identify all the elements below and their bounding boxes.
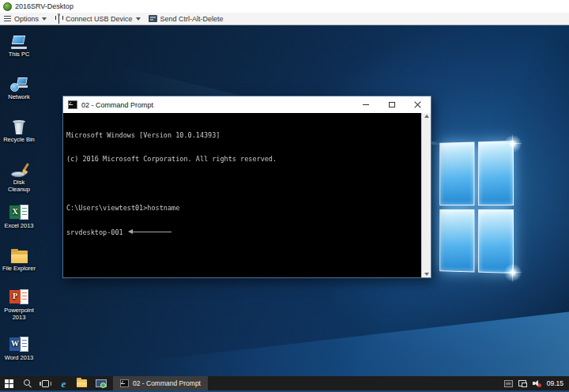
cmd-app-icon — [120, 379, 129, 387]
desktop-icon-powerpoint[interactable]: P Powerpoint 2013 — [2, 286, 36, 322]
desktop-icon-label: File Explorer — [2, 265, 36, 272]
desktop-icon-label: Network — [2, 93, 36, 100]
wallpaper-bottom-glow — [0, 289, 569, 376]
client-titlebar: 2016SRV-Desktop — [0, 0, 569, 13]
disk-cleanup-icon — [2, 158, 36, 177]
console-line — [66, 253, 419, 261]
cad-label: Send Ctrl-Alt-Delete — [160, 15, 224, 23]
desktop-icon-network[interactable]: Network — [2, 73, 36, 100]
file-explorer-button[interactable] — [73, 376, 91, 390]
desktop-icon-label: Powerpoint 2013 — [2, 307, 36, 322]
remote-desktop: This PC Network Recycle Bin Disk Cleanup… — [0, 25, 569, 376]
console-line: Microsoft Windows [Version 10.0.14393] — [66, 131, 419, 139]
minimize-icon — [363, 104, 369, 105]
desktop-icon-recycle-bin[interactable]: Recycle Bin — [2, 115, 36, 143]
command-prompt-window: 02 - Command Prompt Microsoft Windows [V… — [62, 96, 431, 278]
taskbar: e 02 - Command Prompt vm 09.15 — [0, 376, 569, 392]
desktop-icon-label: Excel 2013 — [2, 222, 36, 229]
desktop-icon-label: Recycle Bin — [2, 136, 36, 143]
scroll-up-icon[interactable] — [424, 115, 429, 118]
desktop-icon-excel[interactable]: X Excel 2013 — [2, 202, 36, 229]
desktop-icon-word[interactable]: W Word 2013 — [2, 334, 36, 361]
usb-icon — [55, 14, 62, 24]
recycle-bin-icon — [2, 115, 36, 134]
volume-muted-icon[interactable] — [533, 379, 541, 387]
desktop-icon-this-pc[interactable]: This PC — [2, 30, 36, 58]
windows-logo-pane — [478, 141, 514, 205]
windows-logo-pane — [439, 141, 474, 205]
client-toolbar: Options Connect USB Device Send Ctrl-Alt… — [0, 13, 569, 25]
windows-logo-pane — [478, 209, 514, 273]
network-icon — [2, 73, 36, 92]
console-line: C:\Users\viewtest01>hostname — [66, 204, 419, 212]
cmd-titlebar[interactable]: 02 - Command Prompt — [63, 96, 431, 113]
hamburger-icon — [4, 16, 11, 21]
desktop-icon-disk-cleanup[interactable]: Disk Cleanup — [2, 158, 36, 194]
system-tray: vm 09.15 — [504, 376, 569, 390]
internet-explorer-button[interactable]: e — [55, 376, 73, 390]
cmd-window-title: 02 - Command Prompt — [81, 101, 153, 109]
options-menu-button[interactable]: Options — [4, 15, 47, 23]
monitor-shield-icon — [96, 379, 105, 387]
powerpoint-icon: P — [2, 286, 36, 305]
taskbar-task-command-prompt[interactable]: 02 - Command Prompt — [113, 376, 208, 390]
console-line: (c) 2016 Microsoft Corporation. All righ… — [66, 155, 419, 163]
task-view-icon — [42, 380, 49, 387]
client-window-title: 2016SRV-Desktop — [15, 2, 73, 10]
close-icon — [414, 101, 421, 108]
file-explorer-icon — [2, 244, 36, 263]
maximize-icon — [389, 102, 395, 107]
annotation-arrow — [129, 232, 171, 232]
scroll-down-icon[interactable] — [424, 273, 429, 276]
minimize-button[interactable] — [352, 96, 379, 113]
chevron-down-icon — [42, 17, 47, 21]
start-button[interactable] — [0, 376, 18, 390]
task-view-button[interactable] — [36, 376, 55, 390]
vertical-scrollbar[interactable] — [421, 113, 431, 277]
chevron-down-icon — [136, 17, 141, 21]
cmd-app-icon — [68, 100, 77, 109]
connect-usb-button[interactable]: Connect USB Device — [55, 14, 141, 24]
folder-icon — [77, 379, 87, 387]
windows-start-icon — [5, 379, 13, 388]
windows-logo-pane — [439, 209, 474, 272]
task-label: 02 - Command Prompt — [133, 379, 201, 387]
keyboard-icon — [149, 15, 157, 22]
console-line — [66, 179, 419, 187]
console-output[interactable]: Microsoft Windows [Version 10.0.14393] (… — [63, 113, 421, 277]
windows-logo-wallpaper — [439, 141, 514, 273]
word-icon: W — [2, 334, 36, 352]
server-manager-button[interactable] — [91, 376, 109, 390]
search-button[interactable] — [18, 376, 36, 390]
usb-label: Connect USB Device — [66, 15, 133, 23]
maximize-button[interactable] — [379, 96, 405, 113]
vmware-tools-tray-icon[interactable]: vm — [504, 380, 513, 387]
desktop-icon-file-explorer[interactable]: File Explorer — [2, 244, 36, 272]
horizon-client-icon — [3, 2, 12, 11]
network-tray-icon[interactable] — [518, 380, 527, 387]
options-label: Options — [14, 15, 39, 23]
desktop-icon-label: This PC — [2, 51, 36, 58]
mute-badge — [537, 383, 541, 387]
search-icon — [24, 379, 32, 387]
taskbar-spacer — [208, 376, 504, 390]
send-ctrl-alt-delete-button[interactable]: Send Ctrl-Alt-Delete — [149, 15, 224, 23]
desktop-icon-label: Word 2013 — [2, 354, 36, 361]
internet-explorer-icon: e — [62, 379, 66, 389]
excel-icon: X — [2, 202, 36, 220]
close-button[interactable] — [405, 96, 431, 113]
taskbar-clock[interactable]: 09.15 — [547, 379, 563, 387]
this-pc-icon — [2, 30, 36, 49]
desktop-icon-label: Disk Cleanup — [2, 179, 36, 194]
console-line-hostname-result: srvdesktop-001 — [66, 228, 419, 236]
